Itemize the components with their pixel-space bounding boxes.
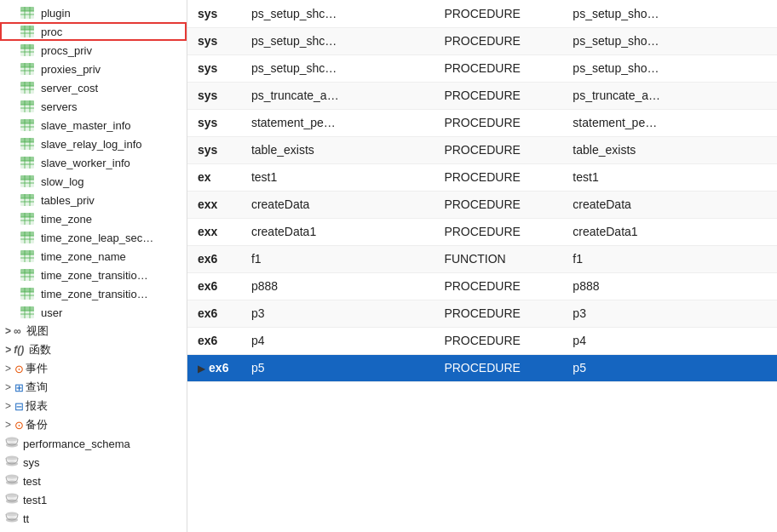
table-row[interactable]: sys statement_pe… PROCEDURE statement_pe… xyxy=(187,109,777,136)
cell-type: PROCEDURE xyxy=(434,191,562,218)
sidebar-item-time-zone-transitio-[interactable]: time_zone_transitio… xyxy=(0,266,187,284)
section-label: 备份 xyxy=(26,417,48,432)
table-row[interactable]: sys ps_truncate_a… PROCEDURE ps_truncate… xyxy=(187,82,777,109)
cell-specific: statement_pe… xyxy=(562,109,777,136)
cell-name: f1 xyxy=(241,245,434,272)
sidebar-item-slave-master-info[interactable]: slave_master_info xyxy=(0,116,187,134)
cell-name: p888 xyxy=(241,272,434,300)
svg-rect-73 xyxy=(20,232,34,236)
sidebar-item-proxies-priv[interactable]: proxies_priv xyxy=(0,60,187,78)
cell-name: ps_truncate_a… xyxy=(241,82,434,109)
table-row[interactable]: ex test1 PROCEDURE test1 xyxy=(187,163,777,191)
cell-db: ex6 xyxy=(187,272,241,300)
table-row[interactable]: sys ps_setup_shc… PROCEDURE ps_setup_sho… xyxy=(187,27,777,54)
table-icon xyxy=(20,269,34,281)
table-row[interactable]: ex6 p3 PROCEDURE p3 xyxy=(187,300,777,327)
sidebar-item-label: time_zone_transitio… xyxy=(41,269,148,282)
table-icon xyxy=(20,306,34,318)
cell-specific: table_exists xyxy=(562,136,777,163)
table-icon xyxy=(20,232,34,243)
sidebar-item-label: server_cost xyxy=(41,82,98,94)
cell-name: ps_setup_shc… xyxy=(241,0,434,27)
sidebar-item-tables-priv[interactable]: tables_priv xyxy=(0,191,187,209)
cell-db: exx xyxy=(187,191,241,218)
sidebar-item-user[interactable]: user xyxy=(0,303,187,322)
section-label: 视图 xyxy=(26,323,49,339)
cell-type: PROCEDURE xyxy=(434,109,562,136)
table-row[interactable]: sys ps_setup_shc… PROCEDURE ps_setup_sho… xyxy=(187,54,777,82)
db-item-performance_schema[interactable]: performance_schema xyxy=(0,434,187,453)
table-row[interactable]: exx createData1 PROCEDURE createData1 xyxy=(187,218,777,245)
section-header-5[interactable]: > ⊙备份 xyxy=(0,415,187,434)
cell-db: sys xyxy=(187,0,241,27)
cell-specific: createData1 xyxy=(562,218,777,245)
cell-db: ex6 xyxy=(187,327,241,354)
cell-specific: createData xyxy=(562,191,777,218)
table-icon xyxy=(20,138,34,150)
cell-db: ex6 xyxy=(187,300,241,327)
table-row[interactable]: ex6 p4 PROCEDURE p4 xyxy=(187,327,777,354)
table-icon xyxy=(20,82,34,94)
table-icon xyxy=(20,119,34,131)
db-item-sys[interactable]: sys xyxy=(0,453,187,472)
sidebar-item-label: plugin xyxy=(41,7,71,20)
cell-name: ps_setup_shc… xyxy=(241,27,434,54)
db-icon xyxy=(5,437,19,451)
svg-rect-49 xyxy=(20,157,34,161)
cell-name: table_exists xyxy=(241,136,434,163)
table-row[interactable]: ex6 p888 PROCEDURE p888 xyxy=(187,272,777,300)
cell-specific: p3 xyxy=(562,300,777,327)
table-row[interactable]: exx createData PROCEDURE createData xyxy=(187,191,777,218)
cell-db: sys xyxy=(187,109,241,136)
section-header-1[interactable]: > f()函数 xyxy=(0,340,187,359)
section-header-0[interactable]: > ∞视图 xyxy=(0,322,187,340)
cell-db: ▶ ex6 xyxy=(187,354,241,381)
sidebar-item-slave-worker-info[interactable]: slave_worker_info xyxy=(0,153,187,172)
db-label: test1 xyxy=(23,494,47,506)
db-icon xyxy=(5,512,19,526)
table-row[interactable]: ex6 f1 FUNCTION f1 xyxy=(187,245,777,272)
section-header-2[interactable]: > ⊙事件 xyxy=(0,359,187,378)
cell-name: statement_pe… xyxy=(241,109,434,136)
cell-specific: p5 xyxy=(562,354,777,381)
svg-rect-67 xyxy=(20,213,34,217)
sidebar-item-time-zone-name[interactable]: time_zone_name xyxy=(0,247,187,266)
db-item-test[interactable]: test xyxy=(0,472,187,490)
sidebar-item-slow-log[interactable]: slow_log xyxy=(0,172,187,191)
cell-type: PROCEDURE xyxy=(434,82,562,109)
cell-name: p5 xyxy=(241,354,434,381)
table-row[interactable]: ▶ ex6 p5 PROCEDURE p5 xyxy=(187,354,777,381)
sidebar-item-slave-relay-log-info[interactable]: slave_relay_log_info xyxy=(0,134,187,153)
section-header-4[interactable]: > ⊟报表 xyxy=(0,397,187,415)
db-item-tt[interactable]: tt xyxy=(0,509,187,528)
cell-name: p4 xyxy=(241,327,434,354)
sidebar-item-label: slave_worker_info xyxy=(41,157,130,169)
sidebar-item-label: slow_log xyxy=(41,175,84,188)
table-icon xyxy=(20,44,34,56)
db-item-test1[interactable]: test1 xyxy=(0,490,187,509)
table-row[interactable]: sys ps_setup_shc… PROCEDURE ps_setup_sho… xyxy=(187,0,777,27)
cell-specific: p4 xyxy=(562,327,777,354)
sidebar-item-plugin[interactable]: plugin xyxy=(0,3,187,22)
cell-type: PROCEDURE xyxy=(434,54,562,82)
cell-db: sys xyxy=(187,54,241,82)
sidebar-item-time-zone-transitio-[interactable]: time_zone_transitio… xyxy=(0,284,187,303)
sidebar-item-label: time_zone_transitio… xyxy=(41,288,148,300)
sidebar-item-time-zone[interactable]: time_zone xyxy=(0,209,187,228)
svg-rect-7 xyxy=(20,26,34,30)
sidebar-item-proc[interactable]: proc xyxy=(0,22,187,41)
sidebar-item-time-zone-leap-sec-[interactable]: time_zone_leap_sec… xyxy=(0,228,187,247)
svg-rect-79 xyxy=(20,250,34,255)
table-icon xyxy=(20,213,34,225)
sidebar-item-label: tables_priv xyxy=(41,194,95,207)
table-row[interactable]: sys table_exists PROCEDURE table_exists xyxy=(187,136,777,163)
sidebar-item-server-cost[interactable]: server_cost xyxy=(0,78,187,97)
sidebar-item-procs-priv[interactable]: procs_priv xyxy=(0,41,187,60)
cell-specific: test1 xyxy=(562,163,777,191)
sidebar-item-label: time_zone_name xyxy=(41,250,126,263)
sidebar-item-servers[interactable]: servers xyxy=(0,97,187,116)
section-header-3[interactable]: > ⊞查询 xyxy=(0,378,187,397)
table-icon xyxy=(20,250,34,262)
table-icon xyxy=(20,157,34,169)
data-table: sys ps_setup_shc… PROCEDURE ps_setup_sho… xyxy=(187,0,777,382)
